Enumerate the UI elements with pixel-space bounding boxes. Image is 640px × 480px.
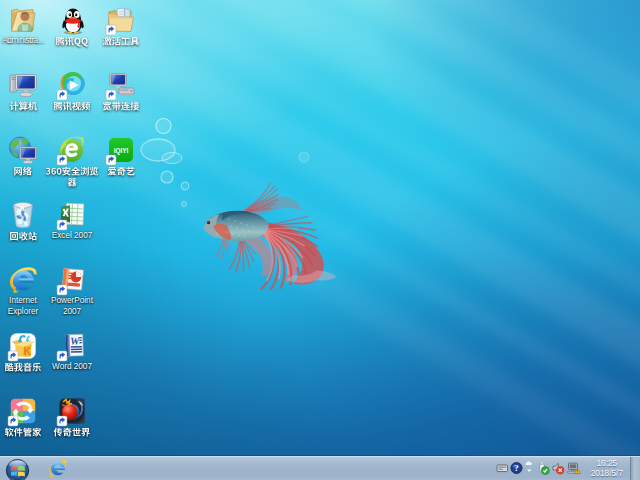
svg-text:W: W	[70, 335, 80, 346]
svg-text:iQIYI: iQIYI	[114, 147, 129, 155]
svg-text:?: ?	[514, 463, 519, 473]
svg-text:K: K	[24, 345, 32, 357]
